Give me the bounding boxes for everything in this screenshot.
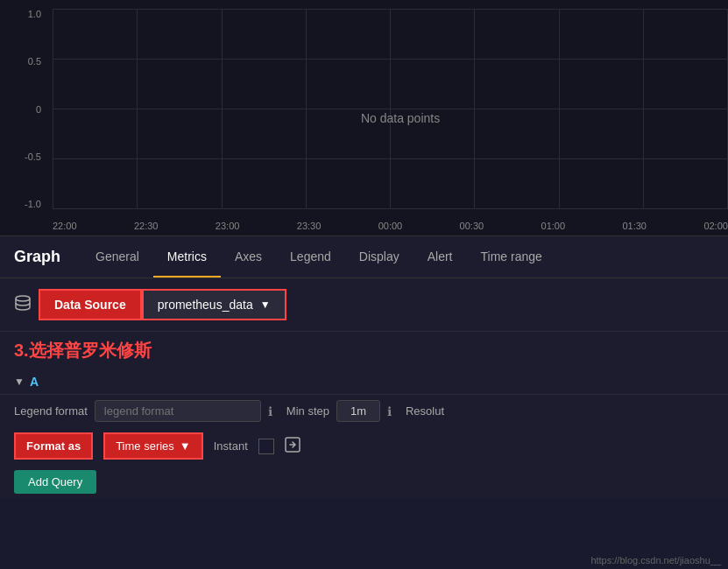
x-label-1: 22:30: [134, 221, 159, 231]
grid-line-v: [222, 9, 223, 209]
collapse-arrow-icon[interactable]: ▼: [14, 376, 25, 388]
instant-checkbox[interactable]: [258, 439, 274, 454]
x-label-5: 00:30: [460, 221, 484, 231]
x-label-6: 01:00: [541, 221, 566, 231]
tab-metrics[interactable]: Metrics: [153, 237, 221, 277]
panel-header: Graph General Metrics Axes Legend Displa…: [0, 236, 728, 278]
datasource-value: prometheus_data: [158, 298, 253, 312]
panel-title: Graph: [14, 248, 60, 266]
format-row: Format as Time series ▼ Instant: [0, 427, 728, 465]
grid-line-v: [306, 9, 307, 209]
query-label: A: [30, 375, 39, 389]
chart-grid-lines-v: [53, 9, 728, 209]
url-watermark: https://blog.csdn.net/jiaoshu__: [590, 555, 721, 565]
x-label-4: 00:00: [378, 221, 403, 231]
min-step-value[interactable]: 1m: [336, 400, 380, 422]
add-query-row: Add Query: [0, 465, 728, 499]
x-axis: 22:00 22:30 23:00 23:30 00:00 00:30 01:0…: [53, 221, 728, 231]
chart-area: 1.0 0.5 0 -0.5 -1.0 No data points 22:00…: [0, 0, 728, 236]
query-row-header: ▼ A: [0, 369, 728, 394]
x-label-7: 01:30: [622, 221, 647, 231]
datasource-row: Data Source prometheus_data ▼: [0, 278, 728, 332]
x-label-0: 22:00: [53, 221, 77, 231]
resolution-label: Resolut: [406, 404, 444, 418]
grid-line-v: [137, 9, 138, 209]
chevron-down-icon: ▼: [260, 299, 271, 311]
format-arrow-icon: ▼: [180, 439, 191, 453]
format-as-label: Format as: [14, 432, 93, 460]
grid-line-v: [53, 9, 53, 209]
min-step-group: Min step 1m ℹ: [286, 400, 392, 422]
resolution-group: Resolut: [406, 404, 444, 418]
tab-axes[interactable]: Axes: [221, 237, 276, 277]
tab-general[interactable]: General: [81, 237, 153, 277]
svg-point-0: [16, 296, 30, 301]
x-label-2: 23:00: [216, 221, 240, 231]
export-icon[interactable]: [285, 437, 300, 456]
grid-line-v: [474, 9, 475, 209]
y-label-1: 1.0: [28, 9, 41, 19]
y-label-4: -0.5: [25, 151, 41, 162]
min-step-label: Min step: [286, 404, 329, 418]
legend-format-label: Legend format: [14, 404, 88, 418]
grid-line-v: [559, 9, 560, 209]
datasource-select[interactable]: prometheus_data ▼: [142, 289, 286, 320]
y-axis: 1.0 0.5 0 -0.5 -1.0: [0, 9, 48, 209]
datasource-label: Data Source: [39, 289, 142, 320]
instant-label: Instant: [214, 439, 248, 453]
x-label-3: 23:30: [297, 221, 322, 231]
info-icon: ℹ: [268, 404, 272, 418]
tab-display[interactable]: Display: [345, 237, 413, 277]
y-label-5: -1.0: [25, 199, 41, 209]
options-row: Legend format ℹ Min step 1m ℹ Resolut: [0, 395, 728, 427]
info-icon-2: ℹ: [387, 404, 392, 418]
y-label-2: 0.5: [28, 56, 41, 67]
tab-alert[interactable]: Alert: [413, 237, 467, 277]
x-label-8: 02:00: [703, 221, 728, 231]
add-query-button[interactable]: Add Query: [14, 470, 96, 494]
legend-format-group: Legend format ℹ: [14, 400, 272, 422]
no-data-message: No data points: [361, 111, 440, 125]
grid-line-v: [643, 9, 644, 209]
tab-time-range[interactable]: Time range: [467, 237, 556, 277]
legend-format-input[interactable]: [95, 400, 261, 422]
grid-line-v: [390, 9, 391, 209]
tab-legend[interactable]: Legend: [276, 237, 345, 277]
database-icon: [14, 294, 32, 316]
panel-bottom: Graph General Metrics Axes Legend Displa…: [0, 236, 728, 499]
y-label-3: 0: [36, 104, 41, 115]
format-as-select[interactable]: Time series ▼: [103, 432, 203, 460]
format-as-value: Time series: [116, 439, 174, 453]
annotation-text: 3.选择普罗米修斯: [0, 332, 728, 369]
